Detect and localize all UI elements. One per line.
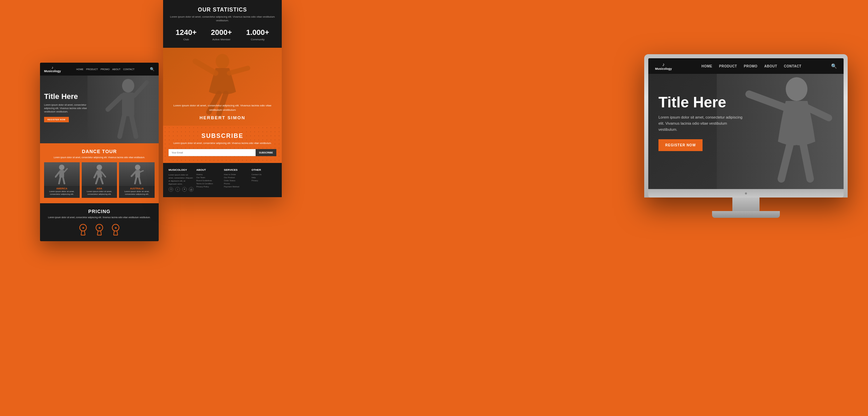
desktop-search-icon[interactable]: 🔍 [831,63,837,69]
svg-text:★: ★ [98,226,101,230]
desktop-monitor-mockup: ♪ Musicology HOME PRODUCT PROMO ABOUT CO… [644,54,848,218]
desktop-register-button[interactable]: REGISTER NOW [658,139,703,151]
desktop-hero-desc: Lorem ipsum dolor sit amet, consectetur … [658,115,747,132]
mobile-nav: ♪ Musicology HOME PRODUCT PROMO ABOUT CO… [40,63,159,76]
footer-about-team[interactable]: Our Team [196,176,221,179]
svg-text:★: ★ [114,226,117,230]
music-note-icon: ♪ [52,65,54,69]
svg-rect-7 [59,170,64,178]
svg-point-39 [216,54,229,69]
card-australia-img [119,162,155,186]
artist-desc: Lorem ipsum dolor sit amet, consectetur … [169,104,276,112]
footer-about-brand[interactable]: Brand Guidelines [196,180,221,182]
desktop-nav: ♪ Musicology HOME PRODUCT PROMO ABOUT CO… [648,58,844,74]
footer-section: MUSICOLOGY Lorem ipsum dolor sit amet, c… [163,163,282,197]
footer-services-status[interactable]: Order Status [224,180,249,182]
stat-member: 2000+ Active Member [211,28,232,41]
tablet-mockup-center: OUR STATISTICS Lorem ipsum dolor sit ame… [163,0,282,197]
svg-line-23 [139,178,140,184]
dance-tour-cards: AMERICA Lorem ipsum dolor sit amet, cons… [44,162,155,198]
svg-line-10 [59,178,60,184]
monitor-stand-neck [732,197,760,211]
svg-line-22 [135,178,136,184]
svg-line-41 [229,68,248,73]
dance-tour-title: DANCE TOUR [44,149,155,154]
nav-promo: PROMO [101,68,110,70]
mobile-hero-text: Title Here Lorem ipsum dolor sit amet, c… [44,92,92,122]
svg-line-26 [81,231,82,235]
monitor-stand-base [712,211,780,218]
social-icon-4[interactable]: @ [189,187,194,192]
monitor-frame: ♪ Musicology HOME PRODUCT PROMO ABOUT CO… [644,54,848,197]
svg-point-18 [135,165,140,170]
mobile-nav-links: HOME PRODUCT PROMO ABOUT CONTACT [76,68,135,70]
pricing-icon-2: ★ [95,224,104,236]
card-asia-label: ASIA [82,186,117,190]
footer-services-payment[interactable]: Payment Method [224,186,249,188]
svg-line-21 [140,171,143,172]
search-icon[interactable]: 🔍 [150,67,155,71]
subscribe-desc: Lorem ipsum dolor sit amet, consectetur … [169,142,276,145]
footer-social: ⓢ f ✦ @ [169,187,194,192]
card-australia-label: AUSTRALIA [119,186,155,190]
desktop-nav-home[interactable]: HOME [702,64,712,68]
footer-col-about: ABOUT History Our Team Brand Guidelines … [196,168,221,192]
card-asia-img [82,162,117,186]
footer-services-product[interactable]: Our Product [224,176,249,179]
footer-about-terms[interactable]: Terms & Condition [196,183,221,185]
mobile-register-button[interactable]: REGISTER NOW [44,117,69,122]
mobile-logo: ♪ Musicology [44,65,61,73]
social-icon-2[interactable]: f [175,187,180,192]
desktop-hero-text: Title Here Lorem ipsum dolor sit amet, c… [658,94,747,151]
mobile-hero-desc: Lorem ipsum dolor sit amet, consectetur … [44,103,92,113]
desktop-nav-contact[interactable]: CONTACT [784,64,802,68]
card-america-desc: Lorem ipsum dolor sit amet, consectetur … [44,190,80,198]
nav-about: ABOUT [112,68,120,70]
desktop-nav-product[interactable]: PRODUCT [719,64,737,68]
footer-about-title: ABOUT [196,168,221,171]
footer-other-contact[interactable]: Contact Us [252,173,276,175]
social-icon-3[interactable]: ✦ [182,187,187,192]
pricing-icon-1: ★ [78,224,88,236]
footer-other-privacy[interactable]: Privacy [252,180,276,182]
desktop-nav-promo[interactable]: PROMO [744,64,757,68]
footer-col-other: OTHER Contact Us Help Privacy [252,168,276,192]
subscribe-button[interactable]: SUBSCRIBE [256,149,276,156]
svg-line-37 [117,231,118,235]
stats-title: OUR STATISTICS [169,7,276,13]
svg-line-47 [782,145,790,179]
footer-about-history[interactable]: History [196,173,221,175]
footer-about-privacy[interactable]: Privacy Policy [196,186,221,188]
stats-numbers: 1240+ Club 2000+ Active Member 1.000+ Co… [169,28,276,41]
card-australia-desc: Lorem ipsum dolor sit amet, consectetur … [119,190,155,198]
svg-line-40 [195,61,216,73]
stat-club: 1240+ Club [176,28,197,41]
social-icon-1[interactable]: ⓢ [169,187,173,192]
desktop-nav-links: HOME PRODUCT PROMO ABOUT CONTACT [702,64,802,68]
svg-point-44 [786,77,808,101]
footer-musicology-text: Lorem ipsum dolor sit amet, consectetur.… [169,173,194,186]
pricing-title: PRICING [44,209,155,214]
footer-col-services: SERVICES How to Order Our Product Order … [224,168,249,192]
svg-line-32 [101,231,101,235]
stat-community-label: Community [246,38,269,41]
svg-line-17 [101,178,103,184]
svg-line-45 [749,94,786,108]
svg-line-11 [63,178,64,184]
footer-services-promo[interactable]: Promo [224,183,249,185]
monitor-stand [644,197,848,218]
nav-contact: CONTACT [123,68,134,70]
svg-line-16 [96,178,98,184]
svg-point-6 [59,165,64,170]
footer-services-order[interactable]: How to Order [224,173,249,175]
stat-member-label: Active Member [211,38,232,41]
footer-other-help[interactable]: Help [252,176,276,179]
mobile-dance-tour: DANCE TOUR Lorem ipsum dolor sit amet, c… [40,143,159,203]
desktop-nav-about[interactable]: ABOUT [764,64,777,68]
hero-person-figure [98,76,152,143]
email-input[interactable] [169,149,256,156]
logo-text: Musicology [44,69,61,73]
subscribe-section: SUBSCRIBE Lorem ipsum dolor sit amet, co… [163,126,282,163]
footer-musicology-title: MUSICOLOGY [169,168,194,171]
artist-section: Lorem ipsum dolor sit amet, consectetur … [163,48,282,126]
